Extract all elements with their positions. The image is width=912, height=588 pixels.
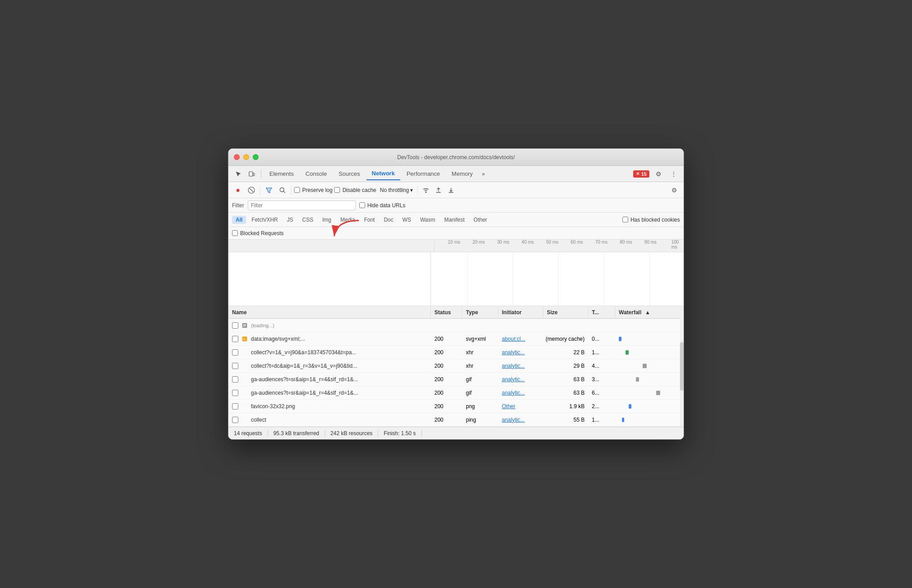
td-waterfall-1 [615, 332, 684, 345]
td-size-2: 22 B [543, 346, 588, 359]
more-options-button[interactable]: ⋮ [667, 168, 680, 180]
hide-data-urls-checkbox[interactable] [359, 202, 365, 208]
td-initiator-4[interactable]: analytic... [498, 373, 543, 386]
type-btn-fetch-xhr[interactable]: Fetch/XHR [248, 216, 282, 224]
clear-button[interactable] [246, 184, 257, 196]
row-checkbox-7[interactable] [232, 417, 238, 423]
tick-70ms: 70 ms [595, 240, 608, 245]
td-time-7: 1... [588, 413, 615, 426]
row-checkbox-0[interactable] [232, 322, 238, 329]
type-btn-manifest[interactable]: Manifest [441, 216, 468, 224]
device-toolbar-icon[interactable] [246, 168, 258, 180]
tab-elements[interactable]: Elements [264, 168, 299, 180]
wifi-icon[interactable] [420, 185, 431, 196]
svg-line-3 [250, 188, 253, 192]
row-checkbox-2[interactable] [232, 349, 238, 356]
td-status-3: 200 [431, 359, 462, 372]
type-filters-section: All Fetch/XHR JS CSS Img Media Font Doc … [228, 213, 684, 227]
row-checkbox-1[interactable] [232, 336, 238, 342]
th-type[interactable]: Type [462, 306, 498, 318]
has-blocked-cookies-checkbox[interactable] [622, 217, 628, 223]
svg-marker-4 [266, 188, 272, 193]
preserve-log-label[interactable]: Preserve log [294, 187, 332, 193]
td-initiator-7[interactable]: analytic... [498, 413, 543, 426]
cursor-icon[interactable] [232, 168, 245, 180]
table-row[interactable]: ga-audiences?t=sr&aip=1&_r=4&slf_rd=1&..… [228, 373, 684, 386]
td-initiator-3[interactable]: analytic... [498, 359, 543, 372]
resources-size: 242 kB resources [325, 430, 378, 437]
type-btn-all[interactable]: All [232, 216, 246, 224]
tick-60ms: 60 ms [571, 240, 583, 245]
type-btn-other[interactable]: Other [470, 216, 491, 224]
type-btn-js[interactable]: JS [283, 216, 297, 224]
minimize-button[interactable] [243, 154, 249, 160]
network-settings-button[interactable]: ⚙ [668, 184, 680, 196]
tab-performance[interactable]: Performance [401, 168, 445, 180]
row-checkbox-6[interactable] [232, 403, 238, 410]
scrollbar-thumb[interactable] [680, 342, 684, 390]
search-button[interactable] [277, 184, 288, 196]
type-btn-wasm[interactable]: Wasm [416, 216, 439, 224]
row-checkbox-3[interactable] [232, 363, 238, 369]
th-initiator[interactable]: Initiator [498, 306, 543, 318]
th-status[interactable]: Status [431, 306, 462, 318]
row-icon-2 [241, 349, 248, 356]
td-type-4: gif [462, 373, 498, 386]
tab-network[interactable]: Network [367, 167, 400, 180]
row-checkbox-5[interactable] [232, 390, 238, 396]
row-icon-0 [241, 322, 248, 329]
disable-cache-checkbox[interactable] [334, 187, 340, 193]
preserve-log-checkbox[interactable] [294, 187, 300, 193]
statusbar: 14 requests 95.3 kB transferred 242 kB r… [228, 427, 684, 439]
td-status-6: 200 [431, 400, 462, 413]
maximize-button[interactable] [253, 154, 259, 160]
svg-rect-0 [249, 172, 253, 176]
td-time-6: 2... [588, 400, 615, 413]
download-icon[interactable] [446, 185, 456, 196]
type-btn-css[interactable]: CSS [299, 216, 317, 224]
th-waterfall[interactable]: Waterfall ▲ [615, 306, 684, 318]
tab-memory[interactable]: Memory [446, 168, 478, 180]
record-button[interactable]: ● [232, 184, 244, 196]
type-btn-doc[interactable]: Doc [380, 216, 397, 224]
more-tabs-button[interactable]: » [479, 169, 487, 179]
td-type-6: png [462, 400, 498, 413]
th-name[interactable]: Name [228, 306, 431, 318]
blocked-requests-checkbox[interactable] [232, 230, 238, 236]
row-name-text-6: favicon-32x32.png [251, 403, 295, 410]
filter-button[interactable] [263, 184, 275, 196]
th-size[interactable]: Size [543, 306, 588, 318]
table-row[interactable]: favicon-32x32.png 200 png Other 1.9 kB 2… [228, 400, 684, 413]
td-type-3: xhr [462, 359, 498, 372]
td-status-2: 200 [431, 346, 462, 359]
settings-button[interactable]: ⚙ [652, 168, 665, 180]
has-blocked-cookies-label[interactable]: Has blocked cookies [622, 217, 680, 223]
row-name-text-2: collect?v=1&_v=j90&a=1837457034&t=pa... [251, 349, 356, 356]
disable-cache-label[interactable]: Disable cache [334, 187, 376, 193]
td-initiator-2[interactable]: analytic... [498, 346, 543, 359]
table-row[interactable]: S data:image/svg+xml;... 200 svg+xml abo… [228, 332, 684, 346]
table-row[interactable]: collect 200 ping analytic... 55 B 1... [228, 413, 684, 427]
tick-90ms: 90 ms [644, 240, 657, 245]
tab-console[interactable]: Console [300, 168, 332, 180]
th-type-text: Type [466, 309, 478, 316]
table-row[interactable]: collect?v=1&_v=j90&a=1837457034&t=pa... … [228, 346, 684, 359]
td-initiator-1[interactable]: about:cl... [498, 332, 543, 345]
table-row[interactable]: (loading...) [228, 319, 684, 332]
td-initiator-5[interactable]: analytic... [498, 386, 543, 399]
type-btn-ws[interactable]: WS [399, 216, 415, 224]
table-row[interactable]: ga-audiences?t=sr&aip=1&_r=4&slf_rd=1&..… [228, 386, 684, 400]
hide-data-urls-label[interactable]: Hide data URLs [359, 202, 406, 209]
th-time[interactable]: T... [588, 306, 615, 318]
filter-input[interactable] [248, 200, 356, 210]
table-row[interactable]: collect?t=dc&aip=1&_r=3&v=1&_v=j90&tid..… [228, 359, 684, 373]
throttling-select[interactable]: No throttling ▾ [378, 186, 415, 194]
error-badge[interactable]: ✕ 15 [633, 170, 649, 178]
tab-right-area: ✕ 15 ⚙ ⋮ [633, 168, 680, 180]
row-checkbox-4[interactable] [232, 376, 238, 383]
finish-time: Finish: 1.50 s [378, 430, 421, 437]
close-button[interactable] [234, 154, 240, 160]
tab-sources[interactable]: Sources [333, 168, 366, 180]
td-size-4: 63 B [543, 373, 588, 386]
upload-icon[interactable] [433, 185, 444, 196]
